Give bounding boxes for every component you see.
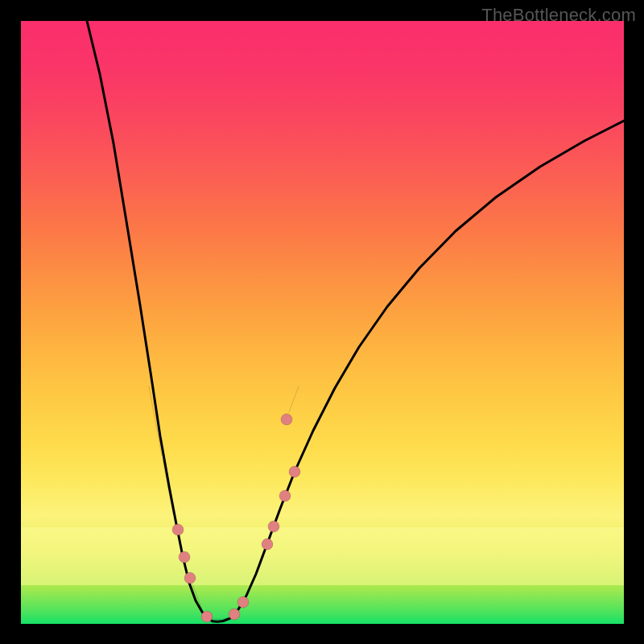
- data-segment: [289, 386, 299, 412]
- data-segment: [163, 460, 173, 514]
- bottleneck-curve: [87, 21, 624, 621]
- data-point: [281, 414, 292, 425]
- chart-frame: TheBottleneck.com: [0, 0, 644, 644]
- data-point: [262, 539, 273, 550]
- data-point: [237, 597, 249, 608]
- chart-svg: [21, 21, 624, 624]
- data-point: [268, 521, 279, 532]
- data-segment: [247, 562, 261, 594]
- attribution-text: TheBottleneck.com: [481, 5, 636, 26]
- plot-area: [21, 21, 624, 624]
- data-point: [201, 611, 213, 622]
- data-point: [184, 572, 196, 584]
- data-point: [172, 524, 184, 535]
- data-point: [229, 609, 240, 620]
- data-point: [279, 490, 291, 502]
- data-point: [289, 466, 300, 477]
- data-point: [179, 551, 190, 563]
